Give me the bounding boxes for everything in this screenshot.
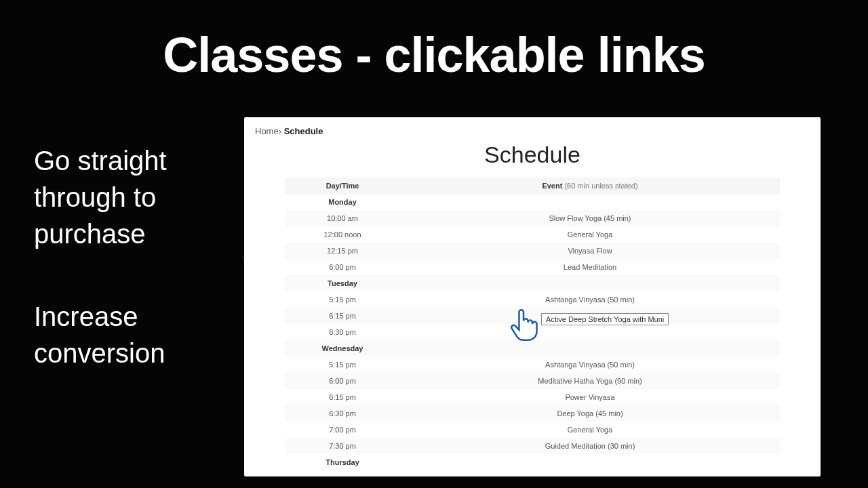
cell-time: 7:30 pm xyxy=(285,442,400,450)
cell-event: General Yoga xyxy=(400,230,780,239)
cell-event: Vinyasa Flow xyxy=(400,247,780,255)
day-header: Thursday xyxy=(285,454,780,470)
slide-headline: Classes - clickable links xyxy=(0,27,868,83)
schedule-row: 6:00 pmMeditative Hatha Yoga (90 min) xyxy=(285,373,780,389)
breadcrumb-sep: › xyxy=(279,126,284,136)
link-tooltip: Active Deep Stretch Yoga with Muni xyxy=(541,313,669,325)
cell-event: Power Vinyasa xyxy=(400,393,780,401)
cell-event: Meditative Hatha Yoga (90 min) xyxy=(400,377,780,385)
schedule-row: 6:15 pmPower Vinyasa xyxy=(285,389,780,405)
col-daytime: Day/Time xyxy=(285,182,400,190)
schedule-row: 6:30 pmDeep Yoga (45 min) xyxy=(285,405,780,422)
cursor-hand-icon xyxy=(509,308,538,342)
cell-event: Guided Meditation (30 min) xyxy=(400,442,780,450)
day-name: Thursday xyxy=(285,458,400,466)
cell-time: 5:15 pm xyxy=(285,296,400,304)
cell-event: Ashtanga Vinyasa (50 min) xyxy=(400,361,780,369)
schedule-row: 12:00 noonGeneral Yoga xyxy=(285,226,780,243)
schedule-row: 5:15 pmAshtanga Vinyasa (50 min) xyxy=(285,291,780,308)
cell-time: 6:00 pm xyxy=(285,263,400,271)
cell-event: Lead Meditation xyxy=(400,263,780,271)
schedule-row: 12:15 pmVinyasa Flow xyxy=(285,243,780,259)
day-name: Wednesday xyxy=(285,344,400,352)
day-header: Monday xyxy=(285,194,780,210)
schedule-panel: Home› Schedule Schedule Day/Time Event (… xyxy=(244,117,821,476)
schedule-row: 10:00 amSlow Flow Yoga (45 min) xyxy=(285,210,780,226)
schedule-row: 7:30 pmGuided Meditation (30 min) xyxy=(285,438,780,454)
breadcrumb-home[interactable]: Home xyxy=(255,126,279,136)
side-text-1: Go straightthrough topurchase xyxy=(34,142,167,252)
cell-time: 6:30 pm xyxy=(285,328,400,336)
cell-time: 6:15 pm xyxy=(285,312,400,320)
col-event-label: Event xyxy=(542,182,562,190)
cell-time: 6:00 pm xyxy=(285,377,400,385)
breadcrumb: Home› Schedule xyxy=(244,117,821,142)
col-event: Event (60 min unless stated) xyxy=(400,182,780,190)
cell-time: 10:00 am xyxy=(285,214,400,222)
day-name: Monday xyxy=(285,198,400,206)
day-header: Tuesday xyxy=(285,275,780,291)
cell-time: 7:00 pm xyxy=(285,426,400,434)
schedule-row: 7:00 pmGeneral Yoga xyxy=(285,422,780,438)
schedule-row: 5:15 pmAshtanga Vinyasa (50 min) xyxy=(285,357,780,373)
cell-time: 6:15 pm xyxy=(285,393,400,401)
cell-event: Deep Yoga (45 min) xyxy=(400,409,780,418)
day-name: Tuesday xyxy=(285,279,400,287)
cell-time: 6:30 pm xyxy=(285,409,400,418)
day-header: Wednesday xyxy=(285,340,780,357)
cell-time: 5:15 pm xyxy=(285,361,400,369)
page-title: Schedule xyxy=(244,142,821,168)
col-event-note: (60 min unless stated) xyxy=(564,182,637,190)
schedule-row: 6:00 pmLead Meditation xyxy=(285,259,780,275)
cell-event: Slow Flow Yoga (45 min) xyxy=(400,214,780,222)
cell-event: Ashtanga Vinyasa (50 min) xyxy=(400,296,780,304)
cell-time: 12:00 noon xyxy=(285,230,400,239)
cell-time: 12:15 pm xyxy=(285,247,400,255)
table-header-row: Day/Time Event (60 min unless stated) xyxy=(285,178,780,194)
cell-event: General Yoga xyxy=(400,426,780,434)
breadcrumb-current: Schedule xyxy=(284,126,323,136)
side-text-2: Increaseconversion xyxy=(34,298,165,371)
